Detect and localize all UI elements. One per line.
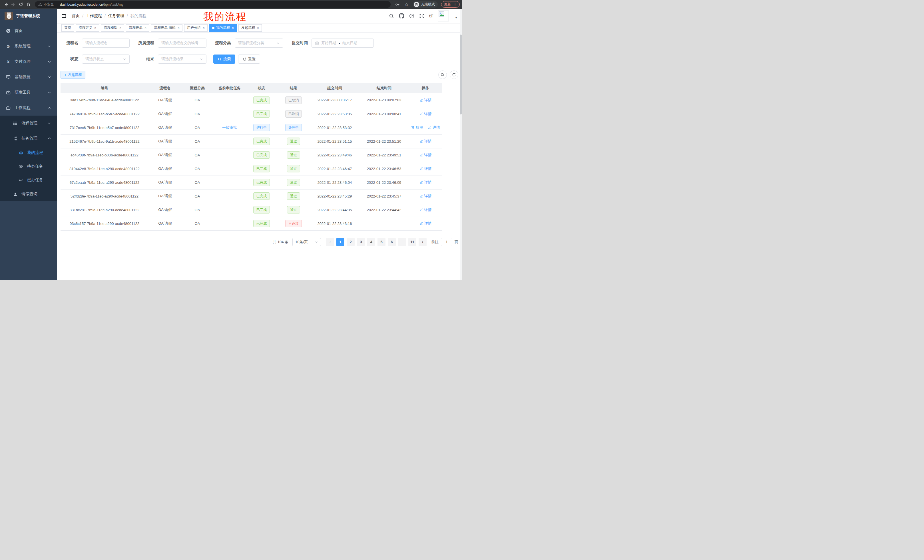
task-link[interactable]: 一级审批 — [222, 125, 237, 130]
result-select[interactable]: 请选择流结果 — [158, 54, 207, 64]
password-key-icon[interactable] — [394, 1, 400, 8]
sidebar-item-workflow[interactable]: 工作流程 — [0, 100, 57, 115]
breadcrumb-workflow[interactable]: 工作流程 — [86, 13, 102, 18]
pager-page[interactable]: 2 — [346, 238, 355, 246]
tab[interactable]: 首页 — [62, 24, 74, 32]
vertical-scrollbar[interactable] — [460, 9, 462, 280]
cancel-action[interactable]: 取消 — [411, 125, 423, 130]
detail-action[interactable]: 详情 — [420, 221, 432, 226]
process-name: OA 请假 — [158, 221, 172, 226]
pagination: 共 104 条 10条/页 ‹ 123456···11 › 前往 页 — [60, 238, 458, 246]
sidebar-item-infra[interactable]: 基础设施 — [0, 69, 57, 85]
submit-time: 2022-01-22 23:46:47 — [318, 167, 352, 171]
start-date-placeholder: 开始日期 — [321, 40, 336, 46]
toolbar-right — [435, 70, 458, 79]
filter-label: 状态 — [60, 57, 78, 61]
app-logo-row[interactable]: 芋道管理系统 — [0, 9, 57, 23]
prev-page-button[interactable]: ‹ — [326, 238, 334, 246]
tab-close-icon[interactable]: × — [203, 26, 205, 30]
table-row: 67c2eaab-7b9a-11ec-a290-acde48001122 OA … — [60, 175, 442, 189]
tab[interactable]: 流程表单 × — [126, 24, 149, 32]
sidebar-item-leave-query[interactable]: 请假查询 — [0, 187, 57, 201]
detail-action[interactable]: 详情 — [420, 139, 432, 144]
category-select[interactable]: 请选择流程分类 — [235, 39, 283, 48]
sidebar-item-process-mgmt[interactable]: 流程管理 — [0, 115, 57, 131]
breadcrumb-task-mgmt[interactable]: 任务管理 — [108, 13, 124, 18]
github-icon[interactable] — [399, 13, 404, 18]
pager-page[interactable]: 3 — [357, 238, 365, 246]
sidebar-item-system[interactable]: ⚙ 系统管理 — [0, 39, 57, 54]
help-icon[interactable] — [409, 13, 414, 18]
pager-page[interactable]: 4 — [367, 238, 375, 246]
update-button[interactable]: 更新 ⋮ — [441, 1, 460, 8]
tab[interactable]: 流程模型 × — [101, 24, 124, 32]
date-range-input[interactable]: 开始日期 - 结束日期 — [312, 39, 374, 48]
result-badge: 通过 — [287, 192, 300, 200]
create-process-button[interactable]: + 发起流程 — [60, 71, 86, 79]
avatar-caret-icon[interactable]: ▼ — [455, 16, 458, 19]
pager-page[interactable]: ··· — [398, 238, 406, 246]
detail-action[interactable]: 详情 — [420, 180, 432, 185]
detail-action[interactable]: 详情 — [428, 125, 440, 130]
sidebar-item-done-tasks[interactable]: 已办任务 — [0, 173, 57, 187]
sidebar-item-payment[interactable]: ¥ 支付管理 — [0, 54, 57, 69]
reset-button[interactable]: 重置 — [238, 54, 260, 64]
column-header: 结果 — [277, 83, 310, 93]
tab-close-icon[interactable]: × — [232, 26, 234, 30]
show-search-button[interactable] — [438, 70, 447, 79]
tab-close-icon[interactable]: × — [257, 26, 259, 30]
refresh-button[interactable] — [450, 70, 458, 79]
next-page-button[interactable]: › — [418, 238, 427, 246]
tab-close-icon[interactable]: × — [144, 26, 147, 30]
fullscreen-icon[interactable] — [419, 13, 424, 18]
browser-menu-icon[interactable]: ⋮ — [453, 3, 457, 6]
back-icon[interactable] — [2, 1, 10, 8]
forward-icon[interactable] — [10, 1, 17, 8]
tab[interactable]: 用户分组 × — [184, 24, 208, 32]
reload-icon[interactable] — [17, 1, 24, 8]
sidebar-item-label: 流程管理 — [21, 121, 38, 126]
sidebar-item-task-mgmt[interactable]: 任务管理 — [0, 131, 57, 146]
tab[interactable]: 流程定义 × — [76, 24, 99, 32]
search-button[interactable]: 搜索 — [213, 54, 235, 64]
page-size-select[interactable]: 10条/页 — [292, 238, 321, 246]
detail-action[interactable]: 详情 — [420, 207, 432, 213]
tab-close-icon[interactable]: × — [94, 26, 96, 30]
detail-action[interactable]: 详情 — [420, 166, 432, 171]
tab[interactable]: 流程表单-编辑 × — [151, 24, 183, 32]
detail-action[interactable]: 详情 — [420, 193, 432, 199]
status-select[interactable]: 请选择状态 — [82, 54, 130, 64]
detail-action[interactable]: 详情 — [420, 153, 432, 157]
scrollbar-thumb[interactable] — [460, 34, 462, 114]
url-bar[interactable]: 不安全 dashboard.yudao.iocoder.cn /bpm/task… — [35, 1, 391, 8]
sidebar-item-todo-tasks[interactable]: 待办任务 — [0, 160, 57, 173]
process-name-input[interactable]: 请输入流程名 — [82, 39, 130, 48]
goto-page-input[interactable] — [441, 238, 452, 246]
sidebar-item-devtools[interactable]: 研发工具 — [0, 85, 57, 100]
process-def-input[interactable]: 请输入流程定义的编号 — [158, 39, 207, 48]
avatar[interactable] — [438, 10, 449, 21]
search-icon[interactable] — [389, 13, 394, 18]
tab-close-icon[interactable]: × — [119, 26, 122, 30]
sidebar-item-home[interactable]: 首页 — [0, 23, 57, 39]
sidebar-item-my-process[interactable]: 我的流程 — [0, 146, 57, 160]
home-icon[interactable] — [24, 1, 32, 8]
bookmark-star-icon[interactable]: ☆ — [404, 1, 410, 8]
result-badge: 处理中 — [285, 124, 302, 131]
tab[interactable]: 发起流程 × — [238, 24, 262, 32]
select-placeholder: 请选择流程分类 — [238, 40, 276, 46]
detail-action[interactable]: 详情 — [420, 97, 432, 103]
pager-page[interactable]: 11 — [408, 238, 416, 246]
tab-close-icon[interactable]: × — [178, 26, 180, 30]
font-size-icon[interactable]: tT — [429, 13, 433, 18]
dashboard-icon — [6, 28, 11, 33]
tab[interactable]: 我的流程 × — [209, 24, 237, 32]
pager-page[interactable]: 1 — [336, 238, 344, 246]
breadcrumb-home[interactable]: 首页 — [72, 13, 80, 18]
process-category: OA — [195, 222, 200, 226]
pager-page[interactable]: 5 — [378, 238, 386, 246]
pager-page[interactable]: 6 — [388, 238, 396, 246]
collapse-sidebar-icon[interactable] — [62, 14, 66, 18]
detail-action[interactable]: 详情 — [420, 111, 432, 117]
security-label[interactable]: 不安全 — [44, 2, 54, 7]
